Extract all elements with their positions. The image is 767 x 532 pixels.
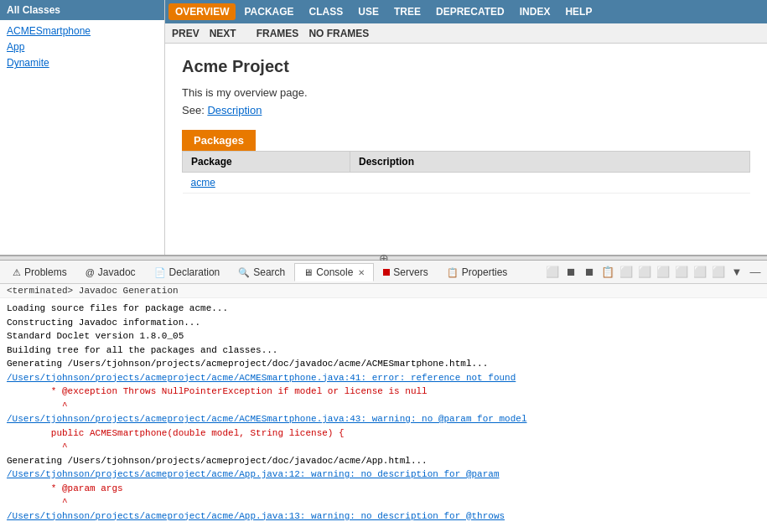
console-line: Generating /Users/tjohnson/projects/acme… (7, 454, 760, 468)
nav-deprecated[interactable]: DEPRECATED (429, 3, 511, 20)
tab-properties[interactable]: 📋 Properties (438, 263, 517, 281)
toolbar-btn3[interactable]: ⬜ (636, 264, 653, 281)
tab-problems-label: Problems (24, 266, 67, 278)
toolbar-btn1[interactable]: 📋 (599, 264, 616, 281)
nav-use[interactable]: USE (351, 3, 386, 20)
bottom-panel: ⚠ Problems @ Javadoc 📄 Declaration 🔍 Sea… (0, 261, 767, 532)
content-body: Acme Project This is my overview page. S… (165, 44, 767, 255)
overview-text: This is my overview page. (182, 86, 750, 99)
secondary-nav: PREV NEXT FRAMES NO FRAMES (165, 23, 767, 44)
nav-tree[interactable]: TREE (387, 3, 428, 20)
nav-next[interactable]: NEXT (210, 28, 236, 39)
problems-icon: ⚠ (13, 267, 21, 278)
packages-button[interactable]: Packages (182, 130, 256, 151)
servers-dot-icon (383, 269, 390, 276)
console-line: * @param args (7, 482, 760, 496)
nav-index[interactable]: INDEX (513, 3, 557, 20)
tab-javadoc-label: Javadoc (98, 266, 136, 278)
tab-console[interactable]: 🖥 Console ✕ (294, 263, 374, 281)
toolbar-terminate-btn[interactable]: ⏹ (562, 264, 579, 281)
console-line: Building tree for all the packages and c… (7, 343, 760, 358)
console-close-icon[interactable]: ✕ (358, 268, 365, 277)
console-line[interactable]: /Users/tjohnson/projects/acmeproject/acm… (7, 371, 760, 385)
see-label: See: (182, 104, 205, 116)
sidebar-title: All Classes (0, 0, 164, 20)
console-line: Constructing Javadoc information... (7, 316, 760, 330)
tab-console-label: Console (316, 266, 353, 278)
sidebar-item-acmesmartphone[interactable]: ACMESmartphone (7, 23, 158, 39)
javadoc-icon: @ (86, 267, 95, 277)
console-output: Loading source files for package acme...… (0, 298, 767, 532)
nav-class[interactable]: CLASS (303, 3, 350, 20)
search-icon: 🔍 (238, 267, 250, 278)
console-icon: 🖥 (303, 267, 313, 277)
console-line: Generating /Users/tjohnson/projects/acme… (7, 357, 760, 371)
nav-package[interactable]: PACKAGE (237, 3, 300, 20)
main-content: OVERVIEW PACKAGE CLASS USE TREE DEPRECAT… (165, 0, 767, 255)
tab-declaration-label: Declaration (169, 266, 220, 278)
see-section: See: Description (182, 104, 750, 116)
console-line: Loading source files for package acme... (7, 302, 760, 316)
toolbar-clear-btn[interactable]: ⬜ (544, 264, 561, 281)
packages-table: Package Description acme (182, 151, 750, 194)
nav-bar: OVERVIEW PACKAGE CLASS USE TREE DEPRECAT… (165, 0, 767, 23)
toolbar-terminate2-btn[interactable]: ⏹ (581, 264, 598, 281)
properties-icon: 📋 (447, 267, 459, 278)
nav-prev[interactable]: PREV (172, 28, 200, 39)
nav-help[interactable]: HELP (558, 3, 599, 20)
nav-overview[interactable]: OVERVIEW (168, 3, 236, 20)
tab-search[interactable]: 🔍 Search (229, 263, 294, 281)
package-link[interactable]: acme (191, 177, 215, 189)
tab-properties-label: Properties (462, 266, 508, 278)
toolbar-btn5[interactable]: ⬜ (673, 264, 690, 281)
toolbar-btn8[interactable]: ▼ (728, 264, 745, 281)
console-line: ^ (7, 440, 760, 454)
bottom-tabs: ⚠ Problems @ Javadoc 📄 Declaration 🔍 Sea… (0, 261, 767, 284)
console-line[interactable]: /Users/tjohnson/projects/acmeproject/acm… (7, 509, 760, 524)
tab-search-label: Search (253, 266, 285, 278)
sidebar-item-app[interactable]: App (7, 39, 158, 55)
console-line: ^ (7, 399, 760, 413)
console-line: ^ (7, 495, 760, 509)
console-line: * @exception Throws NullPointerException… (7, 385, 760, 399)
sidebar-item-dynamite[interactable]: Dynamite (7, 55, 158, 71)
tab-servers[interactable]: Servers (374, 263, 437, 281)
page-title: Acme Project (182, 57, 750, 76)
table-row: acme (183, 173, 750, 194)
declaration-icon: 📄 (154, 267, 166, 278)
package-description (350, 173, 750, 194)
tab-servers-label: Servers (393, 266, 428, 278)
toolbar-btn7[interactable]: ⬜ (710, 264, 727, 281)
sidebar: All Classes ACMESmartphone App Dynamite (0, 0, 165, 255)
sidebar-list: ACMESmartphone App Dynamite (0, 20, 164, 75)
console-line: Standard Doclet version 1.8.0_05 (7, 329, 760, 343)
console-terminated-label: <terminated> Javadoc Generation (0, 284, 767, 298)
bottom-toolbar: ⬜ ⏹ ⏹ 📋 ⬜ ⬜ ⬜ ⬜ ⬜ ⬜ ▼ — (544, 264, 764, 281)
console-line: public ACMESmartphone(double model, Stri… (7, 426, 760, 441)
nav-frames[interactable]: FRAMES (257, 28, 299, 39)
toolbar-btn2[interactable]: ⬜ (618, 264, 635, 281)
toolbar-btn4[interactable]: ⬜ (655, 264, 671, 281)
tab-declaration[interactable]: 📄 Declaration (145, 263, 230, 281)
toolbar-btn6[interactable]: ⬜ (692, 264, 708, 281)
col-description: Description (350, 152, 750, 173)
tab-javadoc[interactable]: @ Javadoc (76, 263, 145, 281)
toolbar-btn9[interactable]: — (747, 264, 764, 281)
console-line[interactable]: /Users/tjohnson/projects/acmeproject/acm… (7, 412, 760, 426)
col-package: Package (183, 152, 350, 173)
see-description-link[interactable]: Description (207, 104, 262, 116)
nav-no-frames[interactable]: NO FRAMES (308, 28, 369, 39)
console-line[interactable]: /Users/tjohnson/projects/acmeproject/acm… (7, 467, 760, 482)
tab-problems[interactable]: ⚠ Problems (3, 263, 76, 281)
